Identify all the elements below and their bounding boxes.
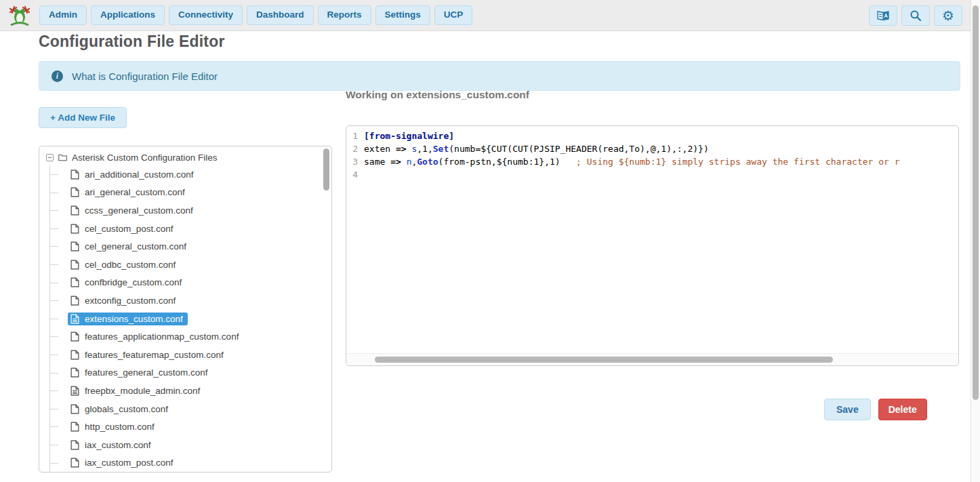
- tree-file-node[interactable]: freepbx_module_admin.conf: [68, 384, 205, 397]
- nav-settings[interactable]: Settings: [375, 5, 430, 25]
- file-icon: [70, 350, 79, 360]
- file-icon: [70, 241, 79, 252]
- nav-reports[interactable]: Reports: [318, 5, 371, 25]
- language-button[interactable]: [869, 5, 897, 26]
- tree-file-node[interactable]: iax_custom.conf: [68, 439, 156, 451]
- file-label: features_applicationmap_custom.conf: [85, 332, 239, 342]
- tree-file-node[interactable]: features_applicationmap_custom.conf: [68, 330, 243, 343]
- info-alert[interactable]: i What is Configuration File Editor: [39, 61, 960, 91]
- folder-icon: [58, 153, 67, 163]
- file-icon: [70, 187, 79, 197]
- file-icon: [70, 422, 79, 432]
- file-icon: [70, 458, 79, 468]
- file-label: ari_additional_custom.conf: [85, 169, 194, 180]
- editor-horizontal-scrollbar-thumb[interactable]: [375, 357, 833, 363]
- tree-file-item: features_applicationmap_custom.conf: [50, 327, 331, 346]
- file-label: extensions_custom.conf: [85, 314, 183, 324]
- collapse-toggle-icon[interactable]: −: [46, 154, 54, 161]
- tree-file-item: ccss_general_custom.conf: [50, 201, 331, 220]
- info-icon: i: [52, 71, 63, 82]
- editor-actions: Save Delete: [824, 399, 927, 420]
- delete-button[interactable]: Delete: [878, 399, 927, 420]
- tree-file-node[interactable]: ari_additional_custom.conf: [68, 168, 199, 181]
- tree-file-node[interactable]: ari_general_custom.conf: [68, 186, 190, 199]
- tree-file-node[interactable]: globals_custom.conf: [68, 403, 173, 416]
- tree-file-item: extensions_custom.conf: [50, 310, 331, 328]
- file-icon: [70, 314, 79, 324]
- nav-applications[interactable]: Applications: [91, 5, 165, 25]
- code-segment: [401, 157, 407, 167]
- tree-file-node[interactable]: ccss_general_custom.conf: [68, 204, 198, 217]
- tree-file-node[interactable]: extensions_custom.conf: [68, 313, 188, 325]
- tree-file-item: ari_additional_custom.conf: [50, 165, 331, 184]
- page-scrollbar[interactable]: [971, 0, 980, 482]
- navbar-right-icons: ⚙: [869, 5, 962, 26]
- code-editor[interactable]: 1 [from-signalwire] 2 exten => s,1,Set(n…: [346, 125, 959, 366]
- tree-file-node[interactable]: cel_odbc_custom.conf: [68, 258, 180, 271]
- file-label: cel_custom_post.conf: [85, 224, 173, 234]
- tree-file-node[interactable]: cel_custom_post.conf: [68, 222, 178, 235]
- editor-horizontal-scrollbar[interactable]: [346, 353, 958, 365]
- file-icon: [70, 277, 79, 287]
- page-scrollbar-thumb[interactable]: [973, 5, 979, 400]
- code-segment: ; Using ${numb:1} simply strips away the…: [576, 157, 899, 167]
- code-segment: Goto: [417, 157, 438, 167]
- tree-file-item: iax_general_custom.conf: [50, 472, 331, 473]
- code-segment: same: [364, 157, 390, 167]
- top-navbar: Admin Applications Connectivity Dashboar…: [0, 0, 980, 31]
- gear-icon: ⚙: [942, 9, 954, 22]
- language-icon: [876, 10, 890, 21]
- line-number: 2: [346, 142, 364, 155]
- line-number: 4: [346, 168, 364, 181]
- nav-ucp[interactable]: UCP: [434, 5, 473, 25]
- settings-gear-button[interactable]: ⚙: [934, 5, 962, 26]
- add-new-file-button[interactable]: + Add New File: [39, 107, 127, 128]
- file-icon: [70, 367, 79, 378]
- line-code: same => n,Goto(from-pstn,${numb:1},1) ; …: [364, 155, 900, 168]
- search-button[interactable]: [901, 5, 930, 26]
- code-segment: (from-pstn,${numb:1},1): [438, 157, 577, 167]
- tree-file-item: extconfig_custom.conf: [50, 292, 331, 310]
- tree-root-label: Asterisk Custom Configuration Files: [72, 153, 218, 163]
- info-alert-text: What is Configuration File Editor: [72, 71, 218, 82]
- line-code: [from-signalwire]: [364, 129, 454, 142]
- tree-file-node[interactable]: extconfig_custom.conf: [68, 294, 180, 307]
- code-segment: (numb=${CUT(CUT(PJSIP_HEADER(read,To),@,…: [449, 144, 709, 154]
- tree-file-item: iax_custom_post.conf: [50, 454, 331, 473]
- file-icon: [70, 296, 79, 306]
- file-label: features_featuremap_custom.conf: [85, 350, 224, 360]
- line-code: exten => s,1,Set(numb=${CUT(CUT(PJSIP_HE…: [364, 142, 709, 155]
- freepbx-logo-icon[interactable]: [8, 4, 31, 27]
- tree-file-node[interactable]: features_featuremap_custom.conf: [68, 348, 228, 361]
- nav-dashboard[interactable]: Dashboard: [247, 5, 314, 25]
- code-segment: exten: [364, 144, 396, 154]
- tree-file-node[interactable]: http_custom.conf: [68, 420, 159, 433]
- tree-scrollbar-thumb[interactable]: [323, 148, 329, 190]
- working-on-heading: Working on extensions_custom.conf: [346, 89, 529, 101]
- nav-admin[interactable]: Admin: [39, 5, 87, 25]
- tree-file-item: features_general_custom.conf: [50, 364, 331, 382]
- file-label: iax_custom.conf: [85, 440, 151, 450]
- tree-file-item: ari_general_custom.conf: [50, 184, 331, 202]
- code-lines: 1 [from-signalwire] 2 exten => s,1,Set(n…: [346, 126, 958, 181]
- tree-file-node[interactable]: confbridge_custom.conf: [68, 276, 186, 289]
- tree-file-list: ari_additional_custom.conf ari_general_c…: [49, 165, 331, 473]
- nav-connectivity[interactable]: Connectivity: [169, 5, 243, 25]
- tree-file-item: http_custom.conf: [50, 418, 331, 436]
- file-label: features_general_custom.conf: [85, 367, 208, 378]
- file-label: cel_odbc_custom.conf: [85, 260, 176, 270]
- file-icon: [70, 440, 79, 450]
- tree-scrollbar[interactable]: [323, 148, 329, 470]
- tree-file-node[interactable]: features_general_custom.conf: [68, 366, 213, 379]
- file-icon: [70, 332, 79, 342]
- save-button[interactable]: Save: [824, 399, 871, 420]
- code-line: 4: [346, 168, 958, 181]
- tree-file-item: cel_general_custom.conf: [50, 237, 331, 256]
- file-label: freepbx_module_admin.conf: [85, 386, 200, 396]
- code-line: 2 exten => s,1,Set(numb=${CUT(CUT(PJSIP_…: [346, 142, 958, 155]
- tree-file-node[interactable]: cel_general_custom.conf: [68, 240, 191, 253]
- tree-root-node[interactable]: − Asterisk Custom Configuration Files: [46, 149, 331, 165]
- code-line: 3 same => n,Goto(from-pstn,${numb:1},1) …: [346, 155, 958, 168]
- tree-file-node[interactable]: iax_custom_post.conf: [68, 456, 178, 469]
- file-label: iax_custom_post.conf: [85, 458, 173, 468]
